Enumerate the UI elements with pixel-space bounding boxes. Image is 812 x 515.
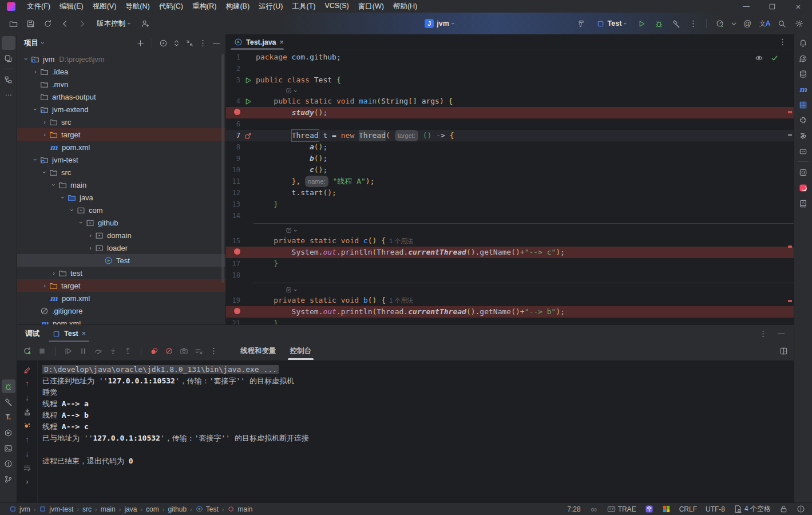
tree-chevron-icon[interactable]: › bbox=[68, 207, 77, 213]
status-widget-CRLF[interactable]: CRLF bbox=[679, 505, 697, 513]
close-icon[interactable]: × bbox=[794, 2, 803, 11]
stripe-trae-t-button[interactable]: T. bbox=[2, 410, 15, 424]
code-line-11[interactable]: 11 }, name: "线程 A"); bbox=[226, 176, 794, 187]
search-button[interactable] bbox=[774, 16, 789, 31]
menu-item-h[interactable]: 帮助(H) bbox=[389, 1, 422, 12]
min-icon[interactable]: — bbox=[742, 2, 751, 11]
stripe-hammer-button[interactable] bbox=[2, 395, 15, 409]
breakpoint-icon[interactable] bbox=[234, 109, 240, 115]
stripe-maven-button[interactable]: m bbox=[797, 82, 810, 96]
menu-item-u[interactable]: 运行(U) bbox=[254, 1, 287, 12]
kebab-icon[interactable] bbox=[759, 330, 767, 338]
breadcrumb-item-Test[interactable]: Test bbox=[196, 505, 219, 513]
gutter-spacer[interactable] bbox=[242, 295, 253, 306]
code-text[interactable] bbox=[253, 210, 794, 221]
tree-chevron-icon[interactable]: › bbox=[86, 244, 95, 251]
code-text[interactable] bbox=[253, 118, 794, 130]
translate-button[interactable]: 文A bbox=[757, 16, 772, 31]
code-text[interactable] bbox=[253, 63, 794, 74]
editor-tab-test-java[interactable]: Test.java × bbox=[228, 34, 290, 50]
breadcrumb-item-com[interactable]: com bbox=[146, 505, 159, 513]
status-widget-infinity[interactable]: ∞ bbox=[589, 505, 599, 514]
line-number[interactable]: 13 bbox=[226, 199, 242, 210]
menu-item-b[interactable]: 构建(B) bbox=[221, 1, 254, 12]
tree-item-github[interactable]: ›github bbox=[17, 216, 225, 229]
stripe-pinwheel-button[interactable] bbox=[797, 129, 810, 142]
caret-mark-gutter-icon[interactable] bbox=[242, 130, 253, 141]
gutter-spacer[interactable] bbox=[242, 107, 253, 118]
line-number[interactable] bbox=[226, 247, 242, 258]
hide-icon[interactable]: — bbox=[777, 329, 786, 338]
prev-icon[interactable]: ↑ bbox=[23, 435, 32, 444]
close-icon[interactable]: × bbox=[280, 38, 284, 46]
code-area[interactable]: 1package com.github;23public class Test … bbox=[226, 50, 794, 324]
tree-scrollbar[interactable] bbox=[221, 54, 224, 283]
kebab-icon[interactable] bbox=[209, 347, 218, 355]
code-line-16[interactable]: System.out.println(Thread.currentThread(… bbox=[226, 247, 794, 258]
breadcrumb-item-jvm-test[interactable]: jvm-test bbox=[39, 505, 73, 513]
tree-item-loader[interactable]: ›loader bbox=[17, 241, 225, 254]
stripe-services-button[interactable] bbox=[2, 426, 15, 439]
breadcrumb-item-github[interactable]: github bbox=[168, 505, 187, 513]
gutter-spacer[interactable] bbox=[242, 52, 253, 63]
gutter-spacer[interactable] bbox=[242, 187, 253, 199]
tree-item-src[interactable]: ›src bbox=[17, 116, 225, 128]
line-number[interactable]: 9 bbox=[226, 153, 242, 164]
tree-chevron-icon[interactable]: › bbox=[40, 131, 49, 138]
status-widget-problem-circle[interactable] bbox=[797, 505, 805, 513]
scroll-end-icon[interactable] bbox=[23, 407, 31, 416]
line-number[interactable]: 3 bbox=[226, 74, 242, 86]
add-user-button[interactable] bbox=[138, 16, 153, 31]
code-line-6[interactable]: 6 bbox=[226, 118, 794, 130]
save-button[interactable] bbox=[23, 16, 38, 31]
code-line-15[interactable]: 15 private static void c() { 1 个用法 bbox=[226, 235, 794, 247]
stripe-ai-assistant-button[interactable] bbox=[797, 52, 810, 65]
gutter-spacer[interactable] bbox=[242, 199, 253, 210]
code-line-4[interactable]: 4 public static void main(String[] args)… bbox=[226, 96, 794, 107]
code-line-2[interactable]: 2 bbox=[226, 63, 794, 74]
breadcrumb-item-jvm[interactable]: jvm bbox=[9, 505, 30, 513]
tree-item-jvm-extend[interactable]: ›jvm-extend bbox=[17, 103, 225, 116]
breadcrumb-item-main[interactable]: main bbox=[227, 505, 252, 513]
tree-item-java[interactable]: ›java bbox=[17, 191, 225, 204]
kebab-icon[interactable] bbox=[199, 39, 207, 47]
code-line-8[interactable]: 8 a(); bbox=[226, 141, 794, 153]
no-entry-icon[interactable] bbox=[165, 347, 173, 355]
tree-item-com[interactable]: ›com bbox=[17, 204, 225, 216]
resume-icon[interactable] bbox=[64, 347, 73, 355]
mute-breakpoints-icon[interactable] bbox=[150, 347, 159, 355]
line-number[interactable]: 10 bbox=[226, 164, 242, 176]
step-over-icon[interactable] bbox=[94, 347, 102, 355]
tab-threads-variables[interactable]: 线程和变量 bbox=[233, 342, 283, 360]
status-widget-indent-doc[interactable]: 4 个空格 bbox=[734, 504, 771, 514]
line-number[interactable]: 11 bbox=[226, 176, 242, 187]
gutter-spacer[interactable] bbox=[242, 306, 253, 318]
line-number[interactable]: 6 bbox=[226, 118, 242, 130]
line-number[interactable] bbox=[226, 306, 242, 318]
build-tool-button[interactable] bbox=[574, 16, 589, 31]
settings-button[interactable] bbox=[791, 16, 806, 31]
stripe-robot-plugin-button[interactable] bbox=[797, 144, 810, 158]
line-number[interactable]: 1 bbox=[226, 52, 242, 63]
debug-tab-test[interactable]: Test × bbox=[49, 325, 89, 342]
gutter-spacer[interactable] bbox=[242, 210, 253, 221]
line-number[interactable]: 21 bbox=[226, 318, 242, 324]
code-text[interactable]: System.out.println(Thread.currentThread(… bbox=[253, 306, 794, 318]
stripe-bell-button[interactable] bbox=[797, 36, 810, 50]
tree-chevron-icon[interactable]: › bbox=[58, 194, 68, 201]
line-number[interactable]: 4 bbox=[226, 96, 242, 107]
inspection-widget[interactable] bbox=[755, 54, 779, 62]
tree-item-.mvn[interactable]: .mvn bbox=[17, 78, 225, 90]
refresh-button[interactable] bbox=[40, 16, 55, 31]
locate-icon[interactable] bbox=[159, 39, 168, 47]
code-text[interactable]: private static void b() { 1 个用法 bbox=[253, 295, 794, 306]
code-vision-inlay[interactable]: › bbox=[226, 225, 794, 235]
stripe-database-button[interactable] bbox=[797, 67, 810, 81]
console-line[interactable]: 进程已结束，退出代码为 0 bbox=[42, 455, 794, 467]
tree-item-pom.xml[interactable]: mpom.xml bbox=[17, 317, 225, 324]
tree-chevron-icon[interactable]: › bbox=[49, 181, 58, 188]
run-config-widget[interactable]: Test › bbox=[592, 18, 631, 30]
stripe-debug-button[interactable] bbox=[2, 379, 15, 393]
breakpoint-icon[interactable] bbox=[234, 308, 240, 314]
step-into-icon[interactable] bbox=[109, 347, 117, 355]
